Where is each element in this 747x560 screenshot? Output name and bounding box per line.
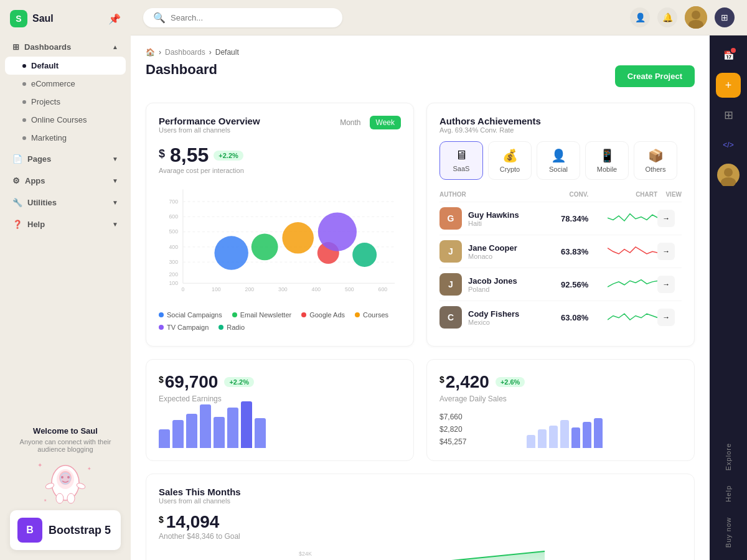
view-button[interactable]: → xyxy=(657,276,675,293)
svg-point-41 xyxy=(318,212,357,251)
nav-group-help-header[interactable]: ❓ Help ▼ xyxy=(5,215,126,234)
period-month-btn[interactable]: Month xyxy=(334,116,367,129)
chart-cell xyxy=(588,202,657,235)
legend-label: Email Newsletter xyxy=(240,311,292,319)
perf-sub: Users from all channels xyxy=(159,126,260,134)
legend-dot xyxy=(232,312,237,317)
period-week-btn[interactable]: Week xyxy=(370,116,401,129)
col-chart: CHART xyxy=(588,187,657,202)
view-button[interactable]: → xyxy=(657,309,675,326)
search-box[interactable]: 🔍 xyxy=(143,8,342,27)
rp-calendar-icon[interactable]: 📅 xyxy=(716,43,741,68)
create-project-button[interactable]: Create Project xyxy=(615,65,695,87)
sidebar: S Saul 📌 ⊞ Dashboards ▲ Default eCommerc… xyxy=(0,0,131,560)
legend-google: Google Ads xyxy=(301,311,345,319)
author-avatar: C xyxy=(439,306,462,329)
tab-saas[interactable]: 🖥 SaaS xyxy=(439,141,483,180)
nav-group-dashboards-header[interactable]: ⊞ Dashboards ▲ xyxy=(5,37,126,57)
daily-sales-badge: +2.6% xyxy=(496,377,525,387)
breadcrumb-current: Default xyxy=(215,48,239,57)
daily-sales-value-row: $ 2,420 +2.6% xyxy=(439,372,682,392)
breadcrumb-dashboards[interactable]: Dashboards xyxy=(165,48,205,57)
dot-icon xyxy=(22,100,26,104)
sidebar-item-projects[interactable]: Projects xyxy=(5,93,126,111)
tab-crypto[interactable]: 💰 Crypto xyxy=(488,141,532,180)
bootstrap-badge: B Bootstrap 5 xyxy=(10,510,121,550)
author-cell: C Cody Fishers Mexico xyxy=(439,301,550,334)
perf-number: 8,55 xyxy=(170,144,209,167)
conv-cell: 63.83% xyxy=(550,235,588,268)
view-button[interactable]: → xyxy=(657,210,675,227)
bar xyxy=(560,420,569,448)
rp-buy-label[interactable]: Buy now xyxy=(725,512,732,553)
view-cell[interactable]: → xyxy=(657,268,682,301)
sidebar-item-label: Online Courses xyxy=(31,115,87,124)
sidebar-item-online-courses[interactable]: Online Courses xyxy=(5,111,126,129)
conv-cell: 92.56% xyxy=(550,268,588,301)
earnings-card: $ 69,700 +2.2% Expected Earnings xyxy=(146,359,414,461)
home-icon: 🏠 xyxy=(146,48,155,57)
author-info: Guy Hawkins Haiti xyxy=(468,210,519,227)
search-input[interactable] xyxy=(171,13,332,22)
mobile-tab-icon: 📱 xyxy=(599,148,615,163)
sidebar-item-marketing[interactable]: Marketing xyxy=(5,129,126,147)
content-inner: 🏠 › Dashboards › Default Dashboard Creat… xyxy=(131,35,710,560)
sidebar-item-ecommerce[interactable]: eCommerce xyxy=(5,75,126,93)
footer-title: Welcome to Saul xyxy=(10,426,121,436)
bar xyxy=(571,427,580,448)
svg-text:600: 600 xyxy=(169,213,179,220)
sales-goal-label: Another $48,346 to Goal xyxy=(159,532,682,541)
svg-text:300: 300 xyxy=(278,286,288,292)
rp-help-label[interactable]: Help xyxy=(725,480,732,507)
rp-add-icon[interactable]: + xyxy=(716,73,741,98)
rp-grid-icon[interactable]: ⊞ xyxy=(716,103,741,128)
rp-code-icon[interactable]: </> xyxy=(716,133,741,157)
nav-group-pages-header[interactable]: 📄 Pages ▼ xyxy=(5,149,126,169)
view-button[interactable]: → xyxy=(657,243,675,260)
perf-title-area: Performance Overview Users from all chan… xyxy=(159,116,260,141)
user-avatar[interactable] xyxy=(685,6,707,29)
topbar-notification-icon[interactable]: 🔔 xyxy=(657,7,677,27)
apps-icon: ⚙ xyxy=(12,176,20,185)
tab-mobile[interactable]: 📱 Mobile xyxy=(585,141,629,180)
conv-cell: 63.08% xyxy=(550,301,588,334)
daily-sales-dollar: $ xyxy=(439,375,444,385)
view-cell[interactable]: → xyxy=(657,202,682,235)
view-cell[interactable]: → xyxy=(657,235,682,268)
tab-social[interactable]: 👤 Social xyxy=(537,141,580,180)
bubble-chart-svg: 700 600 500 400 300 200 100 0 100 200 xyxy=(159,182,401,306)
pin-icon[interactable]: 📌 xyxy=(108,13,121,25)
legend-dot xyxy=(301,312,306,317)
conv-value: 92.56% xyxy=(561,280,588,289)
rp-user-avatar xyxy=(717,164,740,186)
legend-label: Social Campaigns xyxy=(167,311,222,319)
rp-user-icon[interactable] xyxy=(716,162,741,187)
nav-group-utilities-header[interactable]: 🔧 Utilities ▼ xyxy=(5,193,126,212)
legend-courses: Courses xyxy=(355,311,388,319)
performance-card: Performance Overview Users from all chan… xyxy=(146,103,414,347)
sidebar-item-default[interactable]: Default xyxy=(5,57,126,75)
topbar-menu-icon[interactable]: ⊞ xyxy=(715,7,735,27)
svg-point-9 xyxy=(60,473,70,484)
legend-email: Email Newsletter xyxy=(232,311,292,319)
rp-explore-label[interactable]: Explore xyxy=(725,438,732,475)
earnings-value: 69,700 xyxy=(165,372,218,392)
sparkline xyxy=(608,245,657,257)
page-title: Dashboard xyxy=(146,62,217,78)
earnings-value-row: $ 69,700 +2.2% xyxy=(159,372,401,392)
bootstrap-text: Bootstrap 5 xyxy=(49,524,111,537)
author-avatar: J xyxy=(439,240,462,263)
view-cell[interactable]: → xyxy=(657,301,682,334)
col-conv: CONV. xyxy=(550,187,588,202)
tab-others[interactable]: 📦 Others xyxy=(634,141,677,180)
utilities-icon: 🔧 xyxy=(12,198,22,207)
nav-group-apps-header[interactable]: ⚙ Apps ▼ xyxy=(5,171,126,190)
topbar-settings-icon[interactable]: 👤 xyxy=(630,7,650,27)
conv-value: 63.08% xyxy=(561,313,588,322)
sales-month-value: 14,094 xyxy=(166,512,220,532)
legend-label: TV Campaign xyxy=(167,324,209,331)
chart-cell xyxy=(588,235,657,268)
dot-icon xyxy=(22,82,26,86)
sidebar-item-label: Marketing xyxy=(31,133,67,142)
help-icon: ❓ xyxy=(12,220,22,229)
